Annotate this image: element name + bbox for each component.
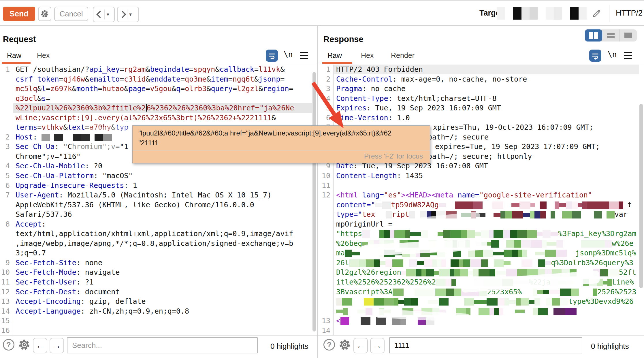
decoded-value-tooltip: "lpuu2l&#60;/title&#62&#60;a href="ja&Ne… xyxy=(132,125,430,163)
help-icon[interactable]: ? xyxy=(3,339,14,351)
code-row: csrf_token=qj46w&emailto=c3lid&enddate=q… xyxy=(0,74,312,84)
toolbar-divider xyxy=(609,5,609,22)
highlight-count: 0 highlights xyxy=(270,342,308,351)
redacted-mosaic xyxy=(375,210,392,218)
code-row: 3Pragma: no-cache xyxy=(320,84,639,94)
code-row: 6Upgrade-Insecure-Requests: 1 xyxy=(0,181,312,191)
layout-rows-button[interactable] xyxy=(602,29,620,42)
tooltip-focus-hint: Press 'F2' for focus xyxy=(364,152,423,160)
redacted-mosaic xyxy=(384,297,568,306)
request-editor[interactable]: 1GET /southasian/?api_key=rg2am&begindat… xyxy=(0,65,312,336)
code-row: 14 xyxy=(320,326,639,336)
tab-hex[interactable]: Hex xyxy=(361,51,374,60)
response-search-bar: ? ← → 0 highlights xyxy=(321,336,644,358)
word-wrap-toggle[interactable] xyxy=(589,50,601,62)
code-row: 10Sec-Fetch-Mode: navigate xyxy=(0,267,312,277)
next-match-button[interactable]: → xyxy=(50,338,64,353)
code-row: 5Expires: Tue, 19 Sep 2023 16:07:09 GMT xyxy=(320,103,639,113)
tab-hex[interactable]: Hex xyxy=(37,51,50,60)
code-row: wLine;vascript:[9].every(al%26%23x65%3br… xyxy=(0,113,312,123)
code-row: 1GET /southasian/?api_key=rg2am&begindat… xyxy=(0,65,312,74)
layout-columns-button[interactable] xyxy=(585,29,602,42)
code-row: mc5lq&l=z697k&month=hutao&page=v5gou&q=o… xyxy=(0,84,312,94)
cancel-button[interactable]: Cancel xyxy=(54,7,88,21)
chevron-right-icon xyxy=(119,11,126,18)
request-panel-title: Request xyxy=(3,35,36,44)
redacted-mosaic xyxy=(522,288,597,296)
code-row: mpOriginUrl = xyxy=(320,219,639,229)
code-row: 3;q=0.7 xyxy=(0,248,312,258)
help-icon[interactable]: ? xyxy=(323,339,335,351)
search-input[interactable] xyxy=(67,337,258,353)
code-row: "https%3Fapi_key%3Drg2am xyxy=(320,229,639,239)
toolbar: Send Cancel ▾ ▾ Target: H xyxy=(0,0,644,26)
code-row: 9Sec-Fetch-Site: none xyxy=(0,258,312,268)
search-input[interactable] xyxy=(389,337,582,353)
protocol-label[interactable]: HTTP/2 xyxy=(616,9,643,18)
gear-icon xyxy=(338,338,351,351)
tooltip-decoded-text-line1: "lpuu2l&#60;/title&#62&#60;a href="ja&Ne… xyxy=(138,129,391,137)
word-wrap-icon xyxy=(591,52,599,60)
newline-toggle[interactable]: \n xyxy=(284,50,293,59)
code-row: 8Accept: xyxy=(0,219,312,229)
response-scrollbar[interactable] xyxy=(639,104,643,288)
code-row: 12Sec-Fetch-Dest: document xyxy=(0,287,312,297)
search-settings-button[interactable] xyxy=(18,338,31,352)
code-row: text/html,application/xhtml+xml,applicat… xyxy=(0,229,312,239)
word-wrap-icon xyxy=(268,52,276,60)
newline-toggle[interactable]: \n xyxy=(608,50,617,59)
chevron-down-icon[interactable]: ▾ xyxy=(129,11,132,18)
burp-repeater-window: Send Cancel ▾ ▾ Target: H xyxy=(0,0,644,358)
history-forward-button[interactable]: ▾ xyxy=(117,7,139,22)
code-row: %22lpuu2l%26%2360%3b%2ftitle%26%2362%26%… xyxy=(0,103,312,113)
code-row: Safari/537.36 xyxy=(0,210,312,219)
layout-single-button[interactable] xyxy=(619,29,637,42)
tab-raw[interactable]: Raw xyxy=(7,51,21,60)
code-row: AppleWebKit/537.36 (KHTML, like Gecko) C… xyxy=(0,200,312,210)
code-row: 26lq%3Dolrb3%26query%3 xyxy=(320,258,639,268)
redacted-mosaic xyxy=(42,133,112,141)
next-match-button[interactable]: → xyxy=(370,338,385,353)
chevron-down-icon[interactable]: ▾ xyxy=(107,11,109,18)
request-settings-button[interactable] xyxy=(38,7,51,21)
tab-render[interactable]: Render xyxy=(391,51,415,60)
code-row: 13Accept-Encoding: gzip, deflate xyxy=(0,297,312,306)
redacted-mosaic xyxy=(439,201,623,209)
layout-toggle-group xyxy=(585,29,637,42)
pencil-icon xyxy=(592,8,601,19)
request-search-bar: ? ← → 0 highlights xyxy=(0,336,317,358)
tooltip-decoded-text-line2: "21111 xyxy=(138,139,159,147)
code-row: 2Cache-Control: max-age=0, no-cache, no-… xyxy=(320,74,639,84)
panel-splitter[interactable] xyxy=(317,26,318,358)
code-row: 13< xyxy=(320,316,639,326)
target-value-redacted xyxy=(497,6,587,20)
code-row: 7User-Agent: Mozilla/5.0 (Macintosh; Int… xyxy=(0,190,312,200)
code-row: 6Mime-Version: 1.0 xyxy=(320,113,639,123)
word-wrap-toggle[interactable] xyxy=(266,50,278,62)
send-button[interactable]: Send xyxy=(3,7,35,21)
code-row xyxy=(320,306,639,316)
prev-match-button[interactable]: ← xyxy=(33,338,47,353)
redacted-mosaic xyxy=(336,297,384,306)
prev-match-button[interactable]: ← xyxy=(353,338,368,353)
tab-raw[interactable]: Raw xyxy=(327,51,342,60)
code-row: 16 xyxy=(0,326,312,336)
response-editor[interactable]: 1HTTP/2 403 Forbidden2Cache-Control: max… xyxy=(320,65,639,336)
code-row: 10Content-Length: 1435 xyxy=(320,171,639,181)
edit-target-button[interactable] xyxy=(590,7,603,20)
redacted-mosaic xyxy=(375,201,391,209)
code-row: 4Content-Type: text/html;charset=UTF-8 xyxy=(320,94,639,103)
code-row: 11 xyxy=(320,181,639,191)
response-menu-button[interactable] xyxy=(624,52,632,59)
code-row: 5Sec-Ch-Ua-Platform: "macOS" xyxy=(0,171,312,181)
search-settings-button[interactable] xyxy=(338,338,351,352)
history-back-button[interactable]: ▾ xyxy=(93,7,115,22)
code-row: ,image/webp,image/apng,*/*;q=0.8,applica… xyxy=(0,239,312,248)
gear-icon xyxy=(18,338,31,351)
highlight-count: 0 highlights xyxy=(591,342,629,351)
request-menu-button[interactable] xyxy=(300,52,308,59)
code-row: 14Accept-Language: zh-CN,zh;q=0.9,en;q=0… xyxy=(0,306,312,316)
redacted-mosaic xyxy=(349,259,551,267)
request-scrollbar[interactable] xyxy=(312,72,316,331)
gear-icon xyxy=(40,10,49,18)
